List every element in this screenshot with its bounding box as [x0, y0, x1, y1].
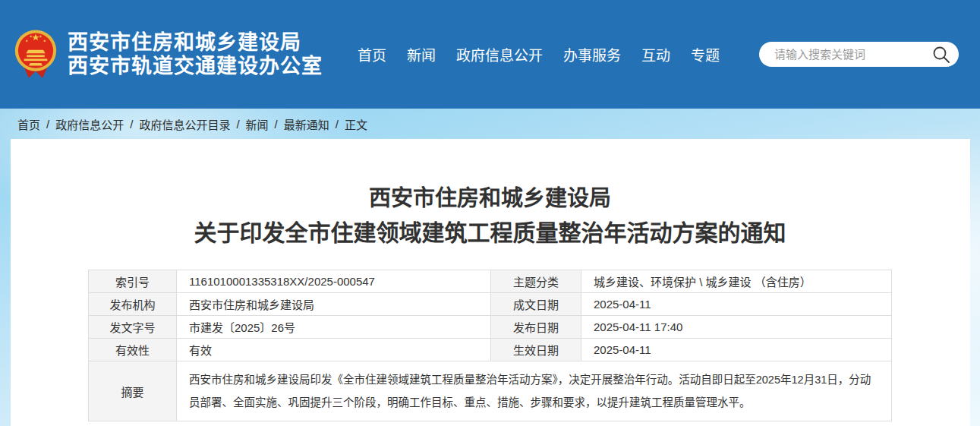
breadcrumb-separator: / [130, 118, 133, 131]
nav-topics[interactable]: 专题 [691, 44, 720, 65]
breadcrumb-news[interactable]: 新闻 [246, 116, 269, 132]
site-title-line1: 西安市住房和城乡建设局 [68, 31, 323, 55]
meta-value-index-number: 1161010001335318XX/2025-000547 [177, 270, 491, 293]
meta-label-document-number: 发文字号 [89, 316, 177, 339]
breadcrumb-latest-notices[interactable]: 最新通知 [284, 116, 329, 132]
meta-value-date-of-writing: 2025-04-11 [581, 293, 892, 316]
search-box [759, 42, 959, 67]
national-emblem-icon [14, 29, 58, 80]
search-icon[interactable] [931, 45, 951, 65]
table-row: 索引号 1161010001335318XX/2025-000547 主题分类 … [89, 270, 892, 293]
nav-home[interactable]: 首页 [358, 44, 386, 65]
table-row-summary: 摘要 西安市住房和城乡建设局印发《全市住建领域建筑工程质量整治年活动方案》，决定… [89, 361, 892, 421]
meta-value-document-number: 市建发〔2025〕26号 [177, 316, 491, 339]
meta-label-index-number: 索引号 [89, 270, 177, 293]
breadcrumb-separator: / [46, 118, 49, 131]
breadcrumb-home[interactable]: 首页 [17, 116, 40, 132]
table-row: 有效性 有效 生效日期 2025-04-11 [89, 339, 892, 361]
meta-label-date-of-writing: 成文日期 [491, 293, 581, 316]
page: 西安市住房和城乡建设局 西安市轨道交通建设办公室 首页 新闻 政府信息公开 办事… [0, 0, 980, 426]
site-logo[interactable]: 西安市住房和城乡建设局 西安市轨道交通建设办公室 [14, 29, 323, 80]
nav-interaction[interactable]: 互动 [641, 44, 670, 65]
search-input[interactable] [773, 47, 931, 62]
meta-value-effective-date: 2025-04-11 [581, 339, 892, 361]
content-card: 西安市住房和城乡建设局 关于印发全市住建领域建筑工程质量整治年活动方案的通知 索… [11, 139, 970, 426]
site-title-line2: 西安市轨道交通建设办公室 [68, 55, 323, 78]
meta-label-validity: 有效性 [89, 339, 177, 361]
meta-label-abstract: 摘要 [89, 361, 177, 421]
meta-value-validity: 有效 [177, 339, 491, 361]
nav-news[interactable]: 新闻 [407, 44, 436, 65]
breadcrumb-gov-info[interactable]: 政府信息公开 [55, 116, 124, 132]
nav-services[interactable]: 办事服务 [563, 44, 621, 65]
document-meta-table: 索引号 1161010001335318XX/2025-000547 主题分类 … [88, 270, 892, 421]
table-row: 发文字号 市建发〔2025〕26号 发布日期 2025-04-11 17:40 [89, 316, 892, 339]
meta-value-topic-category: 城乡建设、环境保护 \ 城乡建设 （含住房） [581, 270, 892, 293]
meta-label-topic-category: 主题分类 [491, 270, 581, 293]
page-title-line2: 关于印发全市住建领域建筑工程质量整治年活动方案的通知 [11, 215, 970, 251]
meta-value-publish-date: 2025-04-11 17:40 [581, 316, 892, 339]
breadcrumb-current-page: 正文 [345, 116, 367, 132]
site-title: 西安市住房和城乡建设局 西安市轨道交通建设办公室 [68, 31, 323, 78]
breadcrumb-separator: / [236, 118, 239, 131]
table-row: 发布机构 西安市住房和城乡建设局 成文日期 2025-04-11 [89, 293, 892, 316]
breadcrumb-separator: / [336, 118, 339, 131]
meta-label-issuing-agency: 发布机构 [89, 293, 177, 316]
breadcrumb-separator: / [275, 118, 278, 131]
meta-value-issuing-agency: 西安市住房和城乡建设局 [177, 293, 491, 316]
site-header: 西安市住房和城乡建设局 西安市轨道交通建设办公室 首页 新闻 政府信息公开 办事… [0, 0, 980, 109]
meta-value-abstract: 西安市住房和城乡建设局印发《全市住建领域建筑工程质量整治年活动方案》，决定开展整… [177, 361, 892, 421]
page-title-line1: 西安市住房和城乡建设局 [11, 181, 970, 215]
page-title: 西安市住房和城乡建设局 关于印发全市住建领域建筑工程质量整治年活动方案的通知 [11, 139, 970, 251]
nav-gov-info-disclosure[interactable]: 政府信息公开 [456, 44, 543, 65]
breadcrumb-gov-info-catalog[interactable]: 政府信息公开目录 [139, 116, 230, 132]
main-nav: 首页 新闻 政府信息公开 办事服务 互动 专题 [358, 44, 740, 65]
meta-label-effective-date: 生效日期 [491, 339, 581, 361]
meta-label-publish-date: 发布日期 [491, 316, 581, 339]
breadcrumb: 首页 / 政府信息公开 / 政府信息公开目录 / 新闻 / 最新通知 / 正文 [0, 109, 980, 139]
